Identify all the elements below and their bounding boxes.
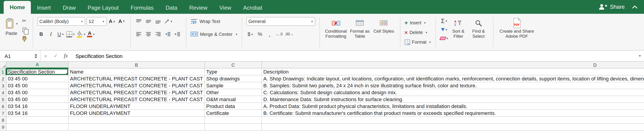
format-painter-button[interactable] xyxy=(20,35,28,43)
align-center-button[interactable] xyxy=(144,30,152,38)
cell-C6[interactable]: Product data xyxy=(205,103,262,110)
cell-B9[interactable] xyxy=(68,124,205,131)
tab-data[interactable]: Data xyxy=(160,2,184,14)
increase-indent-button[interactable] xyxy=(173,30,182,38)
cell-D7[interactable]: B. Certificate: Submit manufacturer's ce… xyxy=(262,110,644,117)
cell-D3[interactable]: B. Samples: Submit two panels, 24 x 24 i… xyxy=(262,82,644,89)
tab-review[interactable]: Review xyxy=(183,2,213,14)
decrease-indent-button[interactable] xyxy=(164,30,172,38)
borders-button[interactable]: ▾ xyxy=(66,30,74,38)
cell-D8[interactable] xyxy=(262,117,644,124)
cell-A4[interactable]: 03 45 00 xyxy=(6,89,68,96)
cut-button[interactable]: ✂ xyxy=(20,16,28,25)
row-header-9[interactable]: 9 xyxy=(0,124,6,131)
cell-A6[interactable]: 03 54 16 xyxy=(6,103,68,110)
cell-B4[interactable]: ARCHITECTURAL PRECAST CONCRETE - PLANT C… xyxy=(68,89,205,96)
select-all-corner[interactable] xyxy=(0,62,6,68)
autosum-button[interactable]: Σ ▾ xyxy=(440,16,448,25)
tab-home[interactable]: Home xyxy=(4,1,31,14)
delete-cells-button[interactable]: × Delete ▾ xyxy=(404,28,431,37)
cell-B2[interactable]: ARCHITECTURAL PRECAST CONCRETE - PLANT C… xyxy=(68,75,205,82)
sort-filter-button[interactable]: A Z Sort & Filter xyxy=(448,16,468,39)
underline-button[interactable]: U ▾ xyxy=(56,30,65,38)
wrap-text-button[interactable]: Wrap Text xyxy=(190,16,237,27)
column-header-C[interactable]: C xyxy=(205,62,262,68)
decrease-font-size-button[interactable]: A▼ xyxy=(118,17,126,25)
cell-D6[interactable]: A. Product Data: Submit product physical… xyxy=(262,103,644,110)
row-header-4[interactable]: 4 xyxy=(0,89,6,96)
cell-A2[interactable]: 03 45 00 xyxy=(6,75,68,82)
cell-D5[interactable]: D. Maintenance Data: Submit instructions… xyxy=(262,96,644,103)
bold-button[interactable]: B xyxy=(37,30,45,38)
find-select-button[interactable]: Find & Select xyxy=(468,16,489,39)
percent-format-button[interactable]: % xyxy=(256,30,264,38)
font-name-select[interactable]: Calibri (Body) ▾ xyxy=(37,17,85,25)
italic-button[interactable]: I xyxy=(47,30,55,38)
row-header-3[interactable]: 3 xyxy=(0,82,6,89)
row-header-8[interactable]: 8 xyxy=(0,117,6,124)
merge-center-button[interactable]: Merge & Center ▾ xyxy=(190,28,237,39)
confirm-entry-button[interactable]: ✓ xyxy=(51,53,61,59)
format-cells-button[interactable]: Format ▾ xyxy=(404,38,431,46)
align-right-button[interactable] xyxy=(154,30,162,38)
increase-decimal-button[interactable]: ←.0 xyxy=(275,30,283,38)
collapse-ribbon-icon[interactable] xyxy=(632,5,638,9)
cell-D9[interactable] xyxy=(262,124,644,131)
fill-button[interactable]: ▾ xyxy=(440,25,448,33)
cell-D4[interactable]: C. Calculations: Submit design calculati… xyxy=(262,89,644,96)
cell-A8[interactable] xyxy=(6,117,68,124)
cell-styles-button[interactable]: Cell Styles xyxy=(372,16,396,34)
increase-font-size-button[interactable]: A▲ xyxy=(108,17,116,25)
cell-C4[interactable]: Other xyxy=(205,89,262,96)
align-left-button[interactable] xyxy=(135,30,143,38)
conditional-formatting-button[interactable]: ≠ Conditional Formatting xyxy=(324,16,348,39)
insert-function-button[interactable]: fx xyxy=(61,52,71,59)
tab-page-layout[interactable]: Page Layout xyxy=(82,2,125,14)
cell-C5[interactable]: O&M manual xyxy=(205,96,262,103)
currency-format-button[interactable]: $ ▾ xyxy=(246,30,254,38)
row-header-1[interactable]: 1 xyxy=(0,68,6,75)
tab-insert[interactable]: Insert xyxy=(31,2,57,14)
paste-button[interactable]: ▾ Paste xyxy=(3,16,20,36)
comma-format-button[interactable]: , xyxy=(266,30,274,38)
cell-A9[interactable] xyxy=(6,124,68,131)
column-header-D[interactable]: D xyxy=(262,62,644,68)
paste-dropdown-caret-icon[interactable]: ▾ xyxy=(16,22,18,25)
copy-button[interactable] xyxy=(20,26,28,34)
name-box[interactable]: A1 xyxy=(0,51,40,61)
number-format-select[interactable]: General ▾ xyxy=(246,17,315,25)
tab-acrobat[interactable]: Acrobat xyxy=(237,2,268,14)
align-middle-button[interactable] xyxy=(144,17,152,25)
cell-B8[interactable] xyxy=(68,117,205,124)
cell-D1[interactable]: Description xyxy=(262,68,644,75)
font-size-select[interactable]: 12 ▾ xyxy=(86,17,106,25)
cell-C1[interactable]: Type xyxy=(205,68,262,75)
cell-A3[interactable]: 03 45 00 xyxy=(6,82,68,89)
formula-input[interactable]: Specification Section xyxy=(71,53,636,59)
create-share-adobe-pdf-button[interactable]: PDF Create and Share Adobe PDF xyxy=(498,16,536,39)
share-button[interactable]: Share xyxy=(598,4,625,10)
font-color-button[interactable]: A ▾ xyxy=(87,30,95,38)
cell-A7[interactable]: 03 54 16 xyxy=(6,110,68,117)
cell-B5[interactable]: ARCHITECTURAL PRECAST CONCRETE - PLANT C… xyxy=(68,96,205,103)
row-header-7[interactable]: 7 xyxy=(0,110,6,117)
cell-C9[interactable] xyxy=(205,124,262,131)
cancel-entry-button[interactable]: × xyxy=(40,53,51,59)
orientation-button[interactable]: ▾ xyxy=(164,17,172,25)
clear-button[interactable]: ▾ xyxy=(440,34,448,42)
cell-A1[interactable]: Specification Section xyxy=(6,68,68,75)
column-header-A[interactable]: A xyxy=(6,62,68,68)
column-header-B[interactable]: B xyxy=(68,62,205,68)
cell-B3[interactable]: ARCHITECTURAL PRECAST CONCRETE - PLANT C… xyxy=(68,82,205,89)
row-header-2[interactable]: 2 xyxy=(0,75,6,82)
cell-C3[interactable]: Sample xyxy=(205,82,262,89)
tab-draw[interactable]: Draw xyxy=(57,2,82,14)
name-box-spinner[interactable] xyxy=(34,54,38,58)
cell-C7[interactable]: Certificate xyxy=(205,110,262,117)
cell-C2[interactable]: Shop drawings xyxy=(205,75,262,82)
row-header-5[interactable]: 5 xyxy=(0,96,6,103)
cell-B7[interactable]: FLOOR UNDERLAYMENT xyxy=(68,110,205,117)
align-bottom-button[interactable] xyxy=(154,17,162,25)
tab-formulas[interactable]: Formulas xyxy=(125,2,160,14)
insert-cells-button[interactable]: + Insert ▾ xyxy=(404,18,431,27)
